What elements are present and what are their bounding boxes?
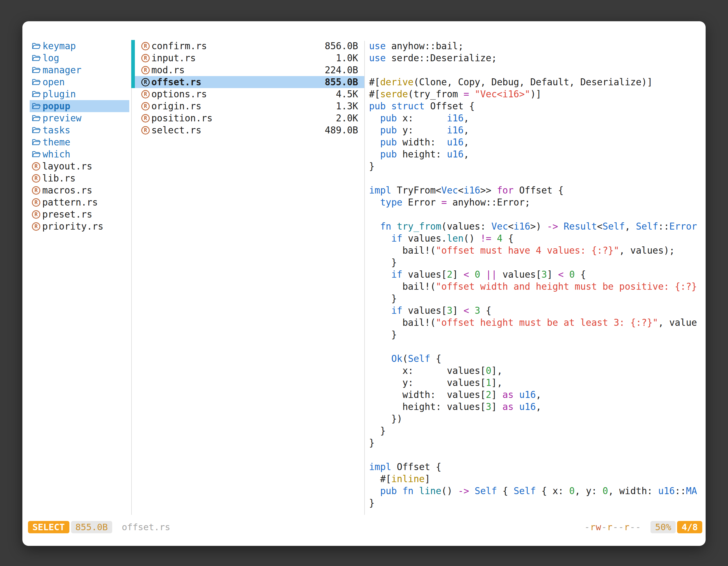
rust-file-icon: R xyxy=(141,114,150,123)
file-size: 2.0K xyxy=(336,113,358,124)
code-line xyxy=(369,449,704,461)
file-name: position.rs xyxy=(151,113,213,124)
sidebar-item-label: which xyxy=(43,149,70,160)
code-line xyxy=(369,64,704,76)
folder-icon xyxy=(32,54,41,62)
code-line xyxy=(369,172,704,184)
sidebar-item-pattern-rs[interactable]: Rpattern.rs xyxy=(30,196,129,208)
rust-file-icon: R xyxy=(32,210,40,219)
code-line: fn try_from(values: Vec<i16>) -> Result<… xyxy=(369,220,704,233)
folder-icon xyxy=(32,126,41,134)
file-size: 4.5K xyxy=(336,89,358,100)
sidebar-item-macros-rs[interactable]: Rmacros.rs xyxy=(30,184,129,196)
sidebar-item-tasks[interactable]: tasks xyxy=(30,124,129,136)
code-line: y: values[1], xyxy=(369,377,704,389)
rust-file-icon: R xyxy=(141,54,150,62)
rust-file-icon: R xyxy=(32,162,40,171)
file-manager-window: keymaplogmanageropenpluginpopuppreviewta… xyxy=(22,21,706,546)
code-line: pub struct Offset { xyxy=(369,100,704,112)
file-row-mod-rs[interactable]: Rmod.rs224.0B xyxy=(131,64,364,76)
file-name: input.rs xyxy=(151,53,196,64)
file-name: options.rs xyxy=(151,89,207,100)
file-row-select-rs[interactable]: Rselect.rs489.0B xyxy=(131,124,364,136)
code-line xyxy=(369,208,704,220)
file-size: 1.0K xyxy=(336,53,358,64)
code-line: }) xyxy=(369,413,704,425)
folder-icon xyxy=(32,90,41,98)
code-line: bail!("offset width and height must be p… xyxy=(369,281,704,292)
sidebar-item-lib-rs[interactable]: Rlib.rs xyxy=(30,172,129,184)
code-line: height: values[3] as u16, xyxy=(369,401,704,413)
file-row-offset-rs[interactable]: Roffset.rs855.0B xyxy=(131,76,364,88)
sidebar-item-preset-rs[interactable]: Rpreset.rs xyxy=(30,208,129,220)
code-line: Ok(Self { xyxy=(369,353,704,365)
sidebar-item-preview[interactable]: preview xyxy=(30,112,129,124)
code-line: #[serde(try_from = "Vec<i16>")] xyxy=(369,88,704,100)
file-row-input-rs[interactable]: Rinput.rs1.0K xyxy=(131,52,364,64)
file-name: offset.rs xyxy=(151,77,201,88)
rust-file-icon: R xyxy=(32,198,40,207)
folder-icon xyxy=(32,78,41,86)
folder-icon xyxy=(32,102,41,110)
file-list: Rconfirm.rs856.0BRinput.rs1.0KRmod.rs224… xyxy=(131,40,364,136)
file-name: mod.rs xyxy=(151,65,185,76)
file-row-options-rs[interactable]: Roptions.rs4.5K xyxy=(131,88,364,100)
file-row-origin-rs[interactable]: Rorigin.rs1.3K xyxy=(131,100,364,112)
file-size: 224.0B xyxy=(325,65,358,76)
sidebar-item-label: preview xyxy=(43,113,81,124)
mode-badge: SELECT xyxy=(28,521,69,533)
code-line: } xyxy=(369,437,704,449)
permissions: -rw-r--r-- xyxy=(584,522,641,532)
code-line: pub x: i16, xyxy=(369,112,704,124)
sidebar-item-keymap[interactable]: keymap xyxy=(30,40,129,52)
size-badge: 855.0B xyxy=(71,521,112,533)
sidebar-item-label: popup xyxy=(43,101,70,112)
rust-file-icon: R xyxy=(141,102,150,111)
folder-icon xyxy=(32,151,41,158)
sidebar-item-theme[interactable]: theme xyxy=(30,136,129,148)
code-line: if values.len() != 4 { xyxy=(369,233,704,245)
position-badge: 4/8 xyxy=(677,521,702,533)
code-line: bail!("offset must have 4 values: {:?}",… xyxy=(369,245,704,257)
code-line: pub height: u16, xyxy=(369,148,704,160)
code-line: pub y: i16, xyxy=(369,124,704,136)
sidebar-item-plugin[interactable]: plugin xyxy=(30,88,129,100)
code-line: } xyxy=(369,292,704,304)
code-line: } xyxy=(369,257,704,269)
code-line: width: values[2] as u16, xyxy=(369,389,704,401)
code-line: #[derive(Clone, Copy, Debug, Default, De… xyxy=(369,76,704,88)
rust-file-icon: R xyxy=(141,42,150,50)
sidebar-list: keymaplogmanageropenpluginpopuppreviewta… xyxy=(30,40,129,233)
sidebar-item-label: log xyxy=(43,53,59,64)
sidebar-item-priority-rs[interactable]: Rpriority.rs xyxy=(30,220,129,233)
code-line: #[inline] xyxy=(369,473,704,485)
sidebar-item-popup[interactable]: popup xyxy=(30,100,129,112)
code-line: pub fn line() -> Self { Self { x: 0, y: … xyxy=(369,485,704,497)
sidebar-item-layout-rs[interactable]: Rlayout.rs xyxy=(30,160,129,172)
sidebar-item-open[interactable]: open xyxy=(30,76,129,88)
sidebar-item-label: theme xyxy=(43,137,70,148)
file-row-confirm-rs[interactable]: Rconfirm.rs856.0B xyxy=(131,40,364,52)
code-line xyxy=(369,340,704,353)
file-size: 1.3K xyxy=(336,101,358,112)
rust-file-icon: R xyxy=(32,222,40,231)
desktop: { "app": { "name": "terminal file manage… xyxy=(0,0,728,566)
code-line: } xyxy=(369,328,704,340)
rust-file-icon: R xyxy=(32,174,40,183)
rust-file-icon: R xyxy=(32,186,40,195)
sidebar-item-label: priority.rs xyxy=(42,221,104,232)
sidebar-item-label: manager xyxy=(43,65,81,76)
sidebar-item-label: macros.rs xyxy=(42,185,92,196)
rust-file-icon: R xyxy=(141,78,150,86)
file-row-position-rs[interactable]: Rposition.rs2.0K xyxy=(131,112,364,124)
code-line: use serde::Deserialize; xyxy=(369,52,704,64)
sidebar-item-log[interactable]: log xyxy=(30,52,129,64)
code-line: impl Offset { xyxy=(369,461,704,473)
code-line: } xyxy=(369,160,704,172)
sidebar-item-manager[interactable]: manager xyxy=(30,64,129,76)
code-preview[interactable]: use anyhow::bail;use serde::Deserialize;… xyxy=(369,40,704,515)
status-filename: offset.rs xyxy=(122,522,170,532)
code-line: impl TryFrom<Vec<i16>> for Offset { xyxy=(369,184,704,196)
sidebar-item-which[interactable]: which xyxy=(30,148,129,160)
file-size: 489.0B xyxy=(325,125,358,136)
